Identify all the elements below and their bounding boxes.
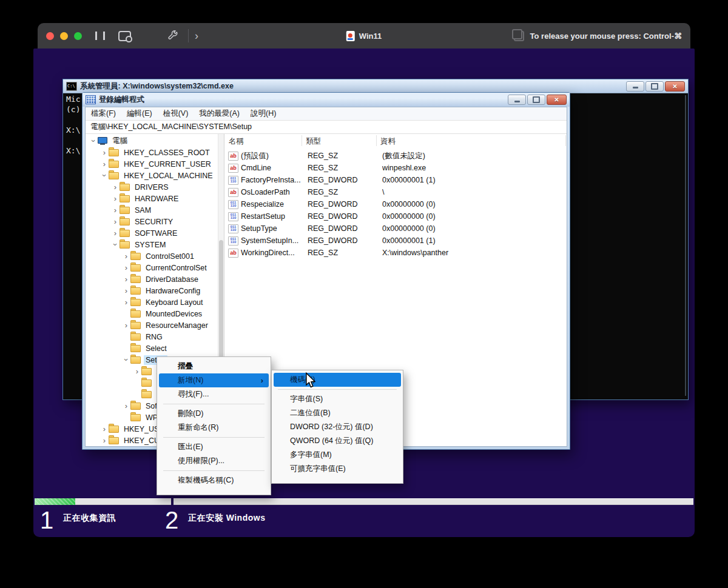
cmd-scrollbar[interactable]	[685, 95, 686, 396]
chevron-down-icon[interactable]: ›	[90, 137, 98, 145]
folder-icon	[120, 230, 130, 237]
menu-item-collapse[interactable]: 摺疊	[159, 359, 269, 373]
maximize-button[interactable]	[645, 81, 664, 92]
chevron-down-icon[interactable]: ›	[123, 356, 130, 364]
chevron-right-icon[interactable]: ›	[122, 264, 130, 272]
chevron-right-icon[interactable]: ›	[100, 425, 109, 433]
registry-value-row[interactable]: 011110SystemSetupIn...REG_DWORD0x0000000…	[224, 235, 567, 247]
tree-item-mounteddevices[interactable]: MountedDevices	[86, 308, 218, 319]
column-name[interactable]: 名稱	[229, 136, 244, 147]
tree-item-drivers[interactable]: ›DRIVERS	[86, 181, 218, 193]
tree-item-hardwareconfig[interactable]: ›HardwareConfig	[86, 285, 218, 296]
registry-value-row[interactable]: 011110SetupTypeREG_DWORD0x00000000 (0)	[224, 222, 567, 235]
registry-value-row[interactable]: 011110FactoryPreInsta...REG_DWORD0x00000…	[224, 174, 567, 186]
settings-button[interactable]	[167, 30, 178, 41]
menu-item-permissions[interactable]: 使用權限(P)...	[159, 454, 269, 468]
tree-item-select[interactable]: Select	[86, 342, 218, 354]
menu-item-qword-value[interactable]: QWORD (64 位元) 值(Q)	[274, 434, 401, 448]
tree-item-hkey_current_user[interactable]: ›HKEY_CURRENT_USER	[86, 158, 218, 170]
column-data[interactable]: 資料	[380, 136, 396, 147]
traffic-minimize-button[interactable]	[60, 32, 68, 40]
chevron-right-icon[interactable]: ›	[100, 149, 109, 156]
chevron-right-icon[interactable]: ›	[122, 275, 130, 283]
address-bar[interactable]: 電腦\HKEY_LOCAL_MACHINE\SYSTEM\Setup	[86, 121, 567, 134]
chevron-right-icon[interactable]: ›	[122, 321, 130, 329]
traffic-zoom-button[interactable]	[74, 32, 82, 40]
registry-value-row[interactable]: 011110RespecializeREG_DWORD0x00000000 (0…	[224, 198, 567, 210]
registry-value-row[interactable]: 011110RestartSetupREG_DWORD0x00000000 (0…	[224, 210, 567, 222]
menu-item-binary-value[interactable]: 二進位值(B)	[274, 406, 401, 420]
menu-item-key[interactable]: 機碼(K)	[274, 373, 401, 387]
traffic-close-button[interactable]	[46, 32, 54, 40]
minimize-button[interactable]	[626, 81, 644, 92]
tree-item-resourcemanager[interactable]: ›ResourceManager	[86, 319, 218, 331]
menubar-item-3[interactable]: 我的最愛(A)	[194, 109, 245, 119]
menu-item-label: 字串值(S)	[290, 394, 323, 404]
close-button[interactable]: ✕	[665, 81, 685, 92]
chevron-right-icon[interactable]: ›	[111, 229, 120, 237]
menu-item-delete[interactable]: 刪除(D)	[159, 407, 269, 421]
menu-item-string-value[interactable]: 字串值(S)	[274, 392, 401, 406]
menu-item-find[interactable]: 尋找(F)...	[159, 387, 269, 401]
expand-toolbar-button[interactable]: ›	[195, 30, 198, 41]
column-divider[interactable]	[565, 135, 566, 146]
tree-item-hkey_local_machine[interactable]: ›HKEY_LOCAL_MACHINE	[86, 170, 218, 181]
column-divider[interactable]	[376, 135, 377, 146]
chevron-right-icon[interactable]: ›	[122, 298, 130, 306]
chevron-right-icon[interactable]: ›	[122, 252, 130, 260]
chevron-right-icon[interactable]: ›	[133, 367, 141, 375]
tree-item-computer[interactable]: ›電腦	[86, 135, 218, 147]
tree-item-software[interactable]: ›SOFTWARE	[86, 227, 218, 239]
registry-value-row[interactable]: abOsLoaderPathREG_SZ\	[224, 186, 567, 198]
menu-item-expandable-string-value[interactable]: 可擴充字串值(E)	[274, 462, 401, 476]
menubar-item-0[interactable]: 檔案(F)	[86, 109, 121, 119]
pause-vm-button[interactable]	[95, 32, 105, 40]
values-column-header[interactable]: 名稱 類型 資料	[224, 134, 567, 148]
tree-item-hardware[interactable]: ›HARDWARE	[86, 193, 218, 204]
chevron-right-icon[interactable]: ›	[111, 195, 120, 202]
tree-item-sam[interactable]: ›SAM	[86, 204, 218, 216]
cmd-titlebar[interactable]: C:\ 系統管理員: X:\windows\system32\cmd.exe ✕	[63, 79, 688, 93]
chevron-right-icon[interactable]: ›	[100, 436, 109, 444]
menubar-item-1[interactable]: 編輯(E)	[121, 109, 158, 119]
maximize-button[interactable]	[527, 95, 545, 105]
reg-sz-icon: ab	[228, 188, 238, 197]
tree-item-security[interactable]: ›SECURITY	[86, 216, 218, 227]
regedit-titlebar[interactable]: 登錄編輯程式 ✕	[83, 93, 570, 107]
menubar-item-4[interactable]: 說明(H)	[245, 109, 281, 119]
chevron-down-icon[interactable]: ›	[112, 241, 120, 249]
menu-item-export[interactable]: 匯出(E)	[159, 440, 269, 454]
registry-value-row[interactable]: abWorkingDirect...REG_SZX:\windows\panth…	[224, 247, 567, 259]
step-number: 1	[40, 507, 53, 533]
tree-item-keyboardlayout[interactable]: ›Keyboard Layout	[86, 296, 218, 308]
column-divider[interactable]	[302, 135, 302, 146]
chevron-right-icon[interactable]: ›	[111, 183, 120, 191]
minimize-button[interactable]	[508, 95, 526, 105]
folder-icon	[120, 195, 130, 202]
registry-value-row[interactable]: ab(預設值)REG_SZ(數值未設定)	[224, 150, 567, 162]
menu-item-multi-string-value[interactable]: 多字串值(M)	[274, 448, 401, 462]
tree-item-hkey_classes_root[interactable]: ›HKEY_CLASSES_ROOT	[86, 147, 218, 158]
tree-item-currentcontrolset[interactable]: ›CurrentControlSet	[86, 262, 218, 273]
column-type[interactable]: 類型	[306, 136, 321, 147]
menu-item-rename[interactable]: 重新命名(R)	[159, 421, 269, 435]
close-button[interactable]: ✕	[547, 95, 567, 105]
menu-item-new[interactable]: 新增(N)›	[159, 373, 269, 387]
chevron-right-icon[interactable]: ›	[122, 287, 130, 295]
tree-item-driverdatabase[interactable]: ›DriverDatabase	[86, 273, 218, 285]
chevron-right-icon[interactable]: ›	[100, 160, 109, 168]
menu-item-dword-value[interactable]: DWORD (32-位元) 值(D)	[274, 420, 401, 434]
chevron-right-icon[interactable]: ›	[122, 402, 130, 410]
tree-item-system[interactable]: ›SYSTEM	[86, 239, 218, 250]
tree-item-rng[interactable]: RNG	[86, 331, 218, 342]
menubar-item-2[interactable]: 檢視(V)	[158, 109, 194, 119]
registry-value-row[interactable]: abCmdLineREG_SZwinpeshl.exe	[224, 162, 567, 174]
snapshot-button[interactable]	[118, 31, 131, 41]
menu-item-copy-key-name[interactable]: 複製機碼名稱(C)	[159, 473, 269, 487]
progress-segment-divider	[171, 498, 174, 505]
chevron-right-icon[interactable]: ›	[111, 206, 120, 214]
tree-item-controlset001[interactable]: ›ControlSet001	[86, 250, 218, 262]
chevron-right-icon[interactable]: ›	[111, 218, 120, 226]
chevron-down-icon[interactable]: ›	[101, 172, 109, 180]
tree-scrollbar-thumb[interactable]	[219, 240, 223, 359]
